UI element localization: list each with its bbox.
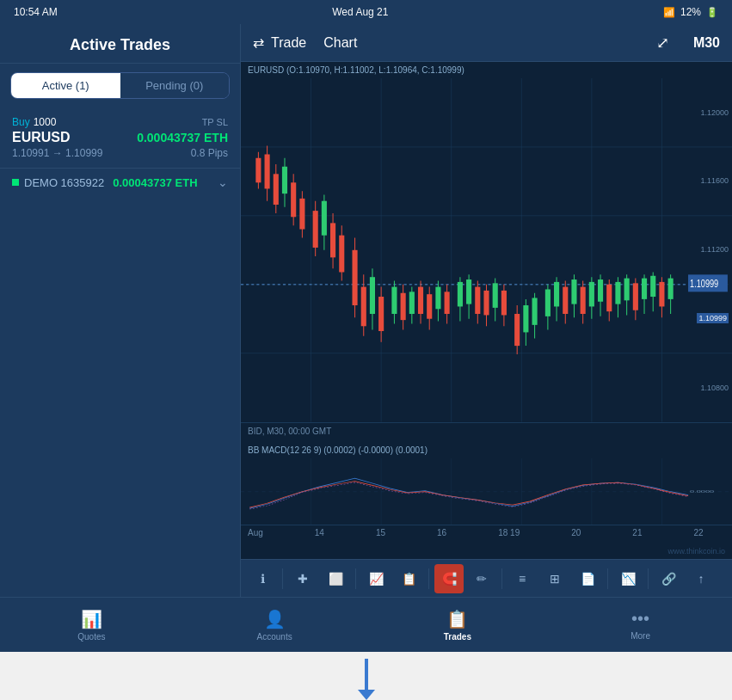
svg-rect-53: [445, 292, 450, 314]
candlestick-chart: 1.10999: [241, 78, 732, 422]
trade-profit: 0.00043737 ETH: [137, 131, 228, 144]
svg-rect-57: [466, 279, 471, 304]
nav-more[interactable]: ••• More: [549, 598, 732, 652]
svg-rect-69: [523, 305, 528, 332]
svg-rect-15: [265, 154, 270, 188]
svg-rect-13: [255, 158, 261, 183]
macd-info: BB MACD(12 26 9) (0.0002) (-0.0000) (0.0…: [241, 439, 732, 458]
quotes-icon: 📊: [81, 609, 102, 629]
arrow-indicator-container: [0, 652, 732, 700]
svg-rect-49: [427, 294, 432, 319]
svg-rect-91: [624, 279, 630, 301]
trade-middle-row: EURUSD 0.00043737 ETH: [12, 130, 228, 145]
svg-rect-87: [606, 285, 612, 311]
trade-button[interactable]: ⇄ Trade: [253, 34, 306, 51]
trade-label: Trade: [271, 35, 306, 51]
chart-header: ⇄ Trade Chart ⤢ M30: [241, 24, 732, 62]
svg-rect-41: [391, 287, 397, 314]
nav-quotes[interactable]: 📊 Quotes: [0, 598, 183, 652]
status-date: Wed Aug 21: [332, 6, 388, 18]
nav-trades[interactable]: 📋 Trades: [366, 598, 550, 652]
rectangle-button[interactable]: ⬜: [321, 564, 350, 593]
account-indicator: [12, 179, 19, 186]
trade-top-row: Buy 1000 TP SL: [12, 116, 228, 128]
trade-direction: Buy: [12, 116, 30, 128]
trade-bottom-row: 1.10991 → 1.10999 0.8 Pips: [12, 147, 228, 159]
pending-tab[interactable]: Pending (0): [120, 73, 230, 98]
screenshot-button[interactable]: 📄: [573, 564, 602, 593]
svg-rect-0: [241, 78, 732, 422]
date-22: 22: [693, 528, 703, 537]
grid-button[interactable]: ⊞: [540, 564, 569, 593]
svg-rect-101: [668, 279, 674, 299]
sidebar: Active Trades Active (1) Pending (0) Buy…: [0, 24, 241, 597]
svg-rect-27: [322, 201, 327, 236]
info-button[interactable]: ℹ: [248, 564, 277, 593]
svg-rect-81: [581, 287, 586, 314]
indicators-button[interactable]: 📋: [394, 564, 423, 593]
indicators2-button[interactable]: 📉: [613, 564, 643, 593]
svg-rect-75: [554, 282, 559, 307]
magnet-button[interactable]: 🧲: [434, 564, 464, 593]
date-20: 20: [571, 528, 581, 537]
draw-button[interactable]: ✏: [467, 564, 496, 593]
macd-chart: 0.0000: [241, 458, 732, 525]
chart-ohlc-info: EURUSD (O:1.10970, H:1.11002, L:1.10964,…: [241, 62, 732, 78]
svg-rect-29: [330, 223, 335, 257]
svg-rect-33: [352, 250, 357, 305]
demo-account-row[interactable]: DEMO 1635922 0.00043737 ETH ⌄: [0, 169, 240, 196]
chart-type-button[interactable]: 📈: [361, 564, 391, 593]
chevron-down-icon[interactable]: ⌄: [218, 175, 228, 189]
macd-svg: 0.0000: [241, 458, 732, 525]
svg-rect-65: [501, 291, 507, 316]
date-15: 15: [376, 528, 385, 537]
svg-rect-31: [339, 236, 344, 273]
more-label: More: [631, 631, 650, 641]
svg-rect-99: [659, 282, 664, 307]
active-tab[interactable]: Active (1): [11, 73, 120, 98]
trade-tabs: Active (1) Pending (0): [10, 72, 230, 99]
svg-rect-97: [650, 276, 655, 297]
trade-pips: 0.8 Pips: [191, 147, 228, 159]
svg-rect-95: [642, 279, 647, 299]
date-18: 18 19: [498, 528, 520, 537]
svg-rect-77: [563, 287, 568, 314]
svg-rect-51: [435, 287, 440, 310]
bid-info: BID, M30, 00:00 GMT: [248, 427, 331, 436]
arrow-shaft: [365, 659, 368, 693]
status-icons: 📶 12% 🔋: [663, 6, 718, 18]
chart-area: ⇄ Trade Chart ⤢ M30 EURUSD (O:1.10970, H…: [241, 24, 732, 597]
trade-symbol: EURUSD: [12, 130, 71, 145]
status-bar: 10:54 AM Wed Aug 21 📶 12% 🔋: [0, 0, 732, 24]
price-scale: 1.12000 1.11600 1.11200 1.10999 1.10800: [689, 78, 732, 422]
timeframe-selector[interactable]: M30: [693, 35, 720, 51]
status-time: 10:54 AM: [14, 6, 58, 18]
svg-rect-35: [361, 287, 366, 327]
svg-rect-43: [401, 293, 406, 320]
crosshair-button[interactable]: ✚: [288, 564, 317, 593]
arrow-head: [358, 690, 375, 700]
svg-rect-39: [378, 297, 384, 331]
trade-open-price: 1.10991 → 1.10999: [12, 147, 102, 159]
svg-rect-23: [299, 199, 304, 230]
svg-rect-21: [291, 182, 296, 217]
chart-label[interactable]: Chart: [323, 35, 357, 51]
svg-rect-47: [418, 287, 423, 314]
nav-accounts[interactable]: 👤 Accounts: [183, 598, 366, 652]
chart-date-bar: Aug 14 15 16 18 19 20 21 22: [241, 525, 732, 540]
divider5: [607, 568, 608, 589]
trades-label: Trades: [444, 632, 471, 642]
link-button[interactable]: 🔗: [654, 564, 683, 593]
expand-icon[interactable]: ⤢: [656, 34, 669, 52]
svg-rect-55: [458, 282, 463, 307]
quotes-label: Quotes: [77, 632, 105, 642]
objects-button[interactable]: ≡: [507, 564, 537, 593]
divider: [282, 568, 283, 589]
trade-item[interactable]: Buy 1000 TP SL EURUSD 0.00043737 ETH 1.1…: [0, 107, 240, 169]
divider6: [648, 568, 649, 589]
accounts-icon: 👤: [264, 609, 286, 629]
battery-icon: 🔋: [706, 7, 718, 18]
trade-icon: ⇄: [253, 34, 264, 51]
share-button[interactable]: ↑: [686, 564, 716, 593]
battery-level: 12%: [680, 6, 701, 18]
